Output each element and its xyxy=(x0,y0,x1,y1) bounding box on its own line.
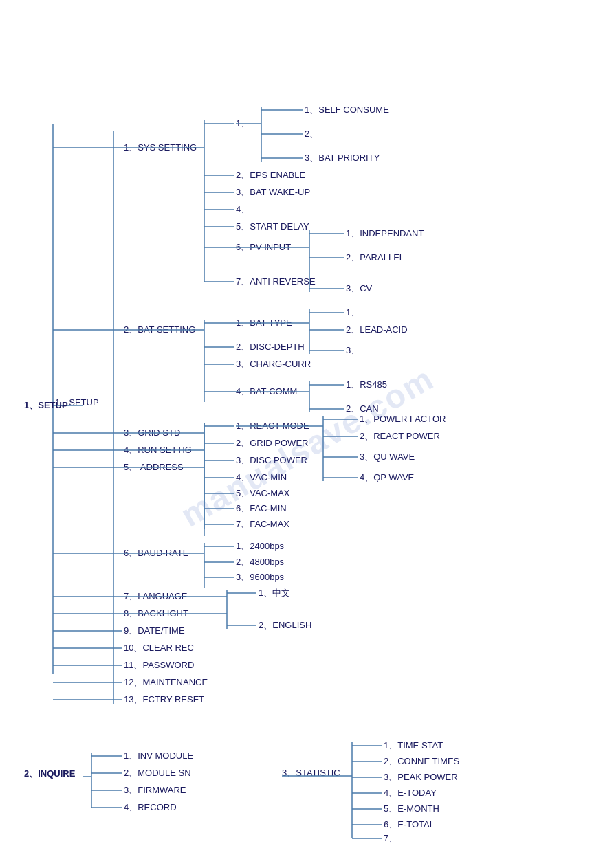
clear-rec: 10、CLEAR REC xyxy=(124,643,194,653)
run-4: 4、VAC-MIN xyxy=(236,472,287,482)
react-4: 4、QP WAVE xyxy=(360,472,415,482)
module-sn: 2、MODULE SN xyxy=(124,768,191,778)
sys-4: 4、 xyxy=(236,204,250,214)
sys-6-2: 2、PARALLEL xyxy=(346,252,404,263)
bat-3: 3、CHARG-CURR xyxy=(236,359,311,369)
password: 11、PASSWORD xyxy=(124,660,194,670)
bat-1-2: 2、LEAD-ACID xyxy=(346,324,408,335)
sys-1-1: 1、SELF CONSUME xyxy=(305,104,389,115)
maintenance: 12、MAINTENANCE xyxy=(124,677,208,687)
run-6: 6、FAC-MIN xyxy=(236,503,287,513)
run-3: 3、DISC POWER xyxy=(236,455,307,465)
diagram-svg: text { font-family: Arial, sans-serif; f… xyxy=(14,41,605,866)
baud-3: 3、9600bps xyxy=(236,572,285,582)
stat-1: 1、TIME STAT xyxy=(384,740,443,750)
stat-7: 7、 xyxy=(384,833,397,843)
baud-2: 2、4800bps xyxy=(236,557,285,567)
sys-1-3: 3、BAT PRIORITY xyxy=(305,153,380,163)
sys-3: 3、BAT WAKE-UP xyxy=(236,187,310,197)
react-1: 1、POWER FACTOR xyxy=(360,414,446,424)
bat-1-3: 3、 xyxy=(346,345,360,355)
run-5: 5、VAC-MAX xyxy=(236,488,290,498)
datetime: 9、DATE/TIME xyxy=(124,625,185,636)
sys-6-1: 1、INDEPENDANT xyxy=(346,228,424,238)
setup-label: 1、SETUP xyxy=(24,400,68,410)
baud-1: 1、2400bps xyxy=(236,541,285,551)
stat-4: 4、E-TODAY xyxy=(384,788,437,798)
fctry-reset: 13、FCTRY RESET xyxy=(124,694,204,704)
record: 4、RECORD xyxy=(124,802,177,812)
run-7: 7、FAC-MAX xyxy=(236,519,289,529)
sys-5: 5、START DELAY xyxy=(236,221,309,232)
stat-2: 2、CONNE TIMES xyxy=(384,756,460,766)
sys-7: 7、ANTI REVERSE xyxy=(236,276,316,287)
stat-3: 3、PEAK POWER xyxy=(384,772,458,782)
run-2: 2、GRID POWER xyxy=(236,438,308,448)
bat-4-2: 2、CAN xyxy=(346,403,379,414)
lang-1: 1、中文 xyxy=(259,588,290,598)
firmware: 3、FIRMWARE xyxy=(124,785,186,795)
react-3: 3、QU WAVE xyxy=(360,452,415,462)
stat-6: 6、E-TOTAL xyxy=(384,819,435,830)
sys-2: 2、EPS ENABLE xyxy=(236,170,305,180)
page: manualsave.com text { font-family: Arial… xyxy=(0,0,614,868)
sys-6-3: 3、CV xyxy=(346,283,373,293)
lang-2: 2、ENGLISH xyxy=(259,620,311,630)
sys-1-2: 2、 xyxy=(305,129,318,139)
stat-5: 5、E-MONTH xyxy=(384,803,439,814)
react-2: 2、REACT POWER xyxy=(360,431,440,441)
bat-4-1: 1、RS485 xyxy=(346,379,387,390)
inquire-label: 2、INQUIRE xyxy=(24,768,76,779)
bat-2: 2、DISC-DEPTH xyxy=(236,342,305,352)
bat-1-1: 1、 xyxy=(346,307,360,318)
inv-module: 1、INV MODULE xyxy=(124,750,193,761)
